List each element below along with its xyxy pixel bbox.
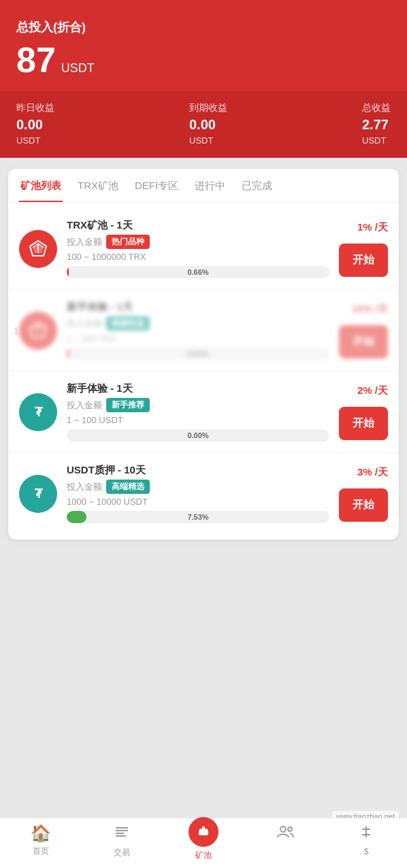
tab-trx-pool[interactable]: TRX矿池 xyxy=(76,180,120,202)
svg-point-20 xyxy=(205,829,208,831)
empty-area xyxy=(0,550,407,714)
pool-rate-4: 3% /天 xyxy=(357,466,388,479)
pool-name-1: TRX矿池 - 1天 xyxy=(67,219,329,232)
svg-rect-18 xyxy=(202,827,205,831)
pool-item-3: ₮ 新手体验 - 1天 投入金额 新手推荐 1 ~ 100 USDT 0.00%… xyxy=(8,371,399,453)
pool-item-1: TRX矿池 - 1天 投入金额 热门品种 100 ~ 1000000 TRX 0… xyxy=(8,208,399,290)
pool-range-2: 1 ~ 100 TRX xyxy=(67,333,329,344)
tab-in-progress[interactable]: 进行中 xyxy=(193,180,227,202)
pool-range-1: 100 ~ 1000000 TRX xyxy=(67,252,329,262)
tab-defi[interactable]: DEFI专区 xyxy=(133,180,180,202)
tab-completed[interactable]: 已完成 xyxy=(240,180,274,202)
pool-list: TRX矿池 - 1天 投入金额 热门品种 100 ~ 1000000 TRX 0… xyxy=(8,203,399,539)
header-amount-number: 87 xyxy=(16,42,56,78)
progress-bar-1: 0.66% xyxy=(67,266,329,278)
stat-expiry-label: 到期收益 xyxy=(189,102,227,114)
token-icon-usdt-4: ₮ xyxy=(19,475,57,513)
tab-pool-list[interactable]: 矿池列表 xyxy=(19,180,63,202)
nav-mine-label: 矿池 xyxy=(195,850,212,861)
pool-right-1: 1% /天 开始 xyxy=(339,221,388,277)
stat-total-value: 2.77 xyxy=(362,117,391,133)
svg-point-19 xyxy=(199,829,202,831)
pool-rate-1: 1% /天 xyxy=(357,221,388,234)
pool-rate-3: 2% /天 xyxy=(357,384,388,397)
stat-yesterday: 昨日收益 0.00 USDT xyxy=(16,102,54,146)
pool-right-4: 3% /天 开始 xyxy=(339,466,388,522)
progress-label-1: 0.66% xyxy=(187,268,208,276)
nav-team[interactable] xyxy=(265,824,306,861)
progress-bar-4: 7.53% xyxy=(67,511,329,523)
pool-info-2: 新手体验 - 1天 投入金额 稳健收益 1 ~ 100 TRX 0.01% xyxy=(67,301,329,360)
start-button-2[interactable]: 开始 xyxy=(339,325,388,358)
progress-fill-4 xyxy=(67,511,86,523)
pool-invest-row-4: 投入金额 高端精选 xyxy=(67,480,329,494)
pool-range-4: 1000 ~ 10000 USDT xyxy=(67,497,329,507)
pool-item-4: ₮ USDT质押 - 10天 投入金额 高端精选 1000 ~ 10000 US… xyxy=(8,453,399,534)
token-icon-trx-2 xyxy=(19,312,57,350)
progress-fill-1 xyxy=(67,266,69,278)
pool-invest-label-3: 投入金额 xyxy=(67,399,102,412)
nav-wallet[interactable]: $ xyxy=(346,824,387,861)
nav-mine[interactable]: 矿池 xyxy=(183,824,224,861)
pool-invest-label-2: 投入金额 xyxy=(67,318,102,330)
stat-yesterday-unit: USDT xyxy=(16,135,54,146)
nav-wallet-label: $ xyxy=(364,847,369,856)
stat-yesterday-value: 0.00 xyxy=(16,117,54,133)
pool-right-2: 10% /天 开始 xyxy=(339,303,388,358)
stat-total-label: 总收益 xyxy=(362,102,391,114)
main-card: 矿池列表 TRX矿池 DEFI专区 进行中 已完成 TRX矿池 - 1天 投入金… xyxy=(8,169,399,539)
start-button-3[interactable]: 开始 xyxy=(339,407,388,440)
header-section: 总投入(折合) 87 USDT xyxy=(0,0,407,91)
header-title: 总投入(折合) xyxy=(16,19,391,35)
home-icon: 🏠 xyxy=(31,824,51,843)
progress-fill-2 xyxy=(67,348,69,360)
mine-center-icon xyxy=(189,817,218,847)
pool-item-2: 1 新手体验 - 1天 投入金额 稳健收益 1 ~ 100 TRX xyxy=(8,290,399,371)
progress-bar-3: 0.00% xyxy=(67,429,329,441)
progress-label-2: 0.01% xyxy=(187,350,208,358)
pool-info-1: TRX矿池 - 1天 投入金额 热门品种 100 ~ 1000000 TRX 0… xyxy=(67,219,329,278)
start-button-1[interactable]: 开始 xyxy=(339,244,388,277)
pool-invest-row-3: 投入金额 新手推荐 xyxy=(67,398,329,412)
mine-icon-inner xyxy=(196,823,211,841)
pool-name-3: 新手体验 - 1天 xyxy=(67,382,329,395)
svg-point-22 xyxy=(288,827,292,831)
progress-label-4: 7.53% xyxy=(187,513,208,521)
stat-yesterday-label: 昨日收益 xyxy=(16,102,54,114)
stat-total-unit: USDT xyxy=(362,135,391,146)
header-amount-unit: USDT xyxy=(61,61,95,76)
stats-section: 昨日收益 0.00 USDT 到期收益 0.00 USDT 总收益 2.77 U… xyxy=(0,91,407,158)
pool-invest-row-1: 投入金额 热门品种 xyxy=(67,235,329,249)
pool-name-4: USDT质押 - 10天 xyxy=(67,464,329,477)
nav-trade[interactable]: 交易 xyxy=(101,824,142,861)
pool-badge-3: 新手推荐 xyxy=(106,398,150,412)
pool-invest-label-1: 投入金额 xyxy=(67,236,102,248)
nav-home-label: 首页 xyxy=(33,846,49,857)
pool-range-3: 1 ~ 100 USDT xyxy=(67,415,329,425)
pool-badge-1: 热门品种 xyxy=(106,235,150,249)
stat-expiry: 到期收益 0.00 USDT xyxy=(189,102,227,146)
token-icon-trx-1 xyxy=(19,230,57,268)
progress-bar-2: 0.01% xyxy=(67,348,329,360)
svg-point-21 xyxy=(280,827,286,832)
pool-invest-row-2: 投入金额 稳健收益 xyxy=(67,316,329,331)
pool-info-4: USDT质押 - 10天 投入金额 高端精选 1000 ~ 10000 USDT… xyxy=(67,464,329,523)
stat-total: 总收益 2.77 USDT xyxy=(362,102,391,146)
team-icon xyxy=(276,824,294,844)
pool-rate-2: 10% /天 xyxy=(352,303,388,316)
pool-info-3: 新手体验 - 1天 投入金额 新手推荐 1 ~ 100 USDT 0.00% xyxy=(67,382,329,441)
stat-expiry-value: 0.00 xyxy=(189,117,227,133)
stat-expiry-unit: USDT xyxy=(189,135,227,146)
pool-name-2: 新手体验 - 1天 xyxy=(67,301,329,314)
nav-home[interactable]: 🏠 首页 xyxy=(20,824,61,861)
bottom-nav: 🏠 首页 交易 矿池 xyxy=(0,818,407,868)
token-icon-usdt-3: ₮ xyxy=(19,393,57,431)
wallet-icon xyxy=(358,824,374,844)
progress-label-3: 0.00% xyxy=(187,431,208,439)
pool-badge-4: 高端精选 xyxy=(106,480,150,494)
nav-trade-label: 交易 xyxy=(114,847,130,858)
pool-right-3: 2% /天 开始 xyxy=(339,384,388,440)
trade-icon xyxy=(114,824,130,844)
start-button-4[interactable]: 开始 xyxy=(339,488,388,522)
header-amount: 87 USDT xyxy=(16,42,391,78)
